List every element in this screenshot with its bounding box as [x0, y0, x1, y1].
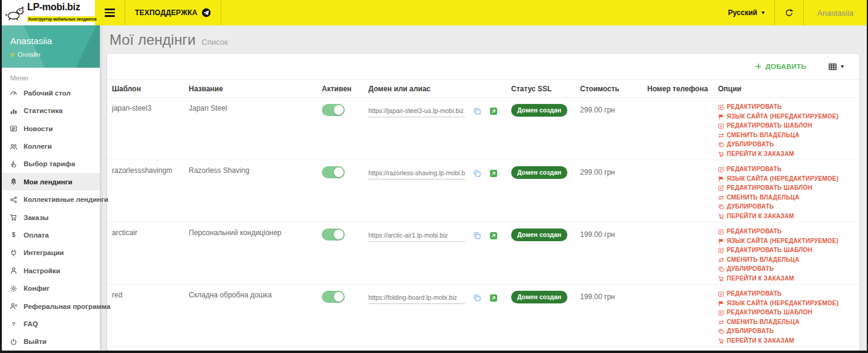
- sidebar-item-cart[interactable]: Заказы: [2, 209, 100, 226]
- name-cell: Персональний кондиціонер: [189, 228, 322, 237]
- ssl-status-badge: Домен создан: [511, 166, 567, 179]
- active-toggle[interactable]: [322, 291, 345, 303]
- option-edit-link[interactable]: РЕДАКТИРОВАТЬ ШАБЛОН: [718, 185, 855, 192]
- sidebar-item-dashboard[interactable]: Рабочий стол: [2, 84, 100, 102]
- domain-input[interactable]: [368, 169, 465, 180]
- dashboard-icon: [10, 89, 18, 97]
- option-exchange-link[interactable]: СМЕНИТЬ ВЛАДЕЛЬЦА: [718, 319, 855, 326]
- option-edit-link[interactable]: РЕДАКТИРОВАТЬ ШАБЛОН: [718, 123, 855, 129]
- option-edit-link[interactable]: РЕДАКТИРОВАТЬ ШАБЛОН: [718, 247, 855, 254]
- sidebar-item-share[interactable]: Коллективные лендинги: [2, 190, 100, 208]
- option-link-label: ПЕРЕЙТИ К ЗАКАЗАМ: [727, 338, 794, 344]
- ssl-cell: Домен создан: [511, 228, 580, 241]
- price-cell: 199.00 грн: [580, 291, 647, 301]
- copy-domain-button[interactable]: [473, 294, 481, 302]
- sidebar-item-user[interactable]: Настройки: [2, 262, 100, 279]
- open-site-button[interactable]: [489, 294, 498, 302]
- sidebar-item-plug[interactable]: Интеграции: [2, 244, 100, 262]
- edit-icon: [718, 104, 725, 111]
- domain-input[interactable]: [368, 232, 465, 242]
- option-exchange-link[interactable]: СМЕНИТЬ ВЛАДЕЛЬЦА: [718, 132, 855, 139]
- option-cart-link[interactable]: ПЕРЕЙТИ К ЗАКАЗАМ: [718, 151, 855, 158]
- domain-input[interactable]: [368, 294, 465, 304]
- template-cell: red: [112, 291, 189, 299]
- add-button[interactable]: ДОБАВИТЬ: [751, 62, 810, 71]
- ssl-cell: Домен создан: [511, 291, 580, 303]
- sidebar-item-news[interactable]: Новости: [2, 120, 100, 137]
- option-link-label: ДУБЛИРОВАТЬ: [727, 266, 774, 272]
- active-cell: [322, 166, 368, 180]
- copy-domain-button[interactable]: [473, 107, 481, 115]
- copy-domain-button[interactable]: [473, 169, 481, 178]
- option-copy-link[interactable]: ДУБЛИРОВАТЬ: [718, 141, 855, 148]
- column-header: Статус SSL: [511, 85, 580, 93]
- option-language-link[interactable]: ЯЗЫК САЙТА (НЕРЕДАКТИРУЕМОЕ): [718, 238, 855, 245]
- sidebar-item-users[interactable]: Коллеги: [2, 137, 100, 155]
- option-link-label: СМЕНИТЬ ВЛАДЕЛЬЦА: [727, 195, 800, 201]
- option-language-link[interactable]: ЯЗЫК САЙТА (НЕРЕДАКТИРУЕМОЕ): [718, 114, 855, 120]
- option-cart-link[interactable]: ПЕРЕЙТИ К ЗАКАЗАМ: [718, 213, 855, 220]
- open-site-button[interactable]: [489, 107, 498, 115]
- active-cell: [322, 104, 368, 118]
- sidebar-item-label: Заказы: [24, 214, 48, 221]
- plus-icon: [755, 63, 762, 70]
- option-language-link[interactable]: ЯЗЫК САЙТА (НЕРЕДАКТИРУЕМОЕ): [718, 176, 855, 183]
- support-button[interactable]: ТЕХПОДДЕРЖКА: [125, 0, 221, 25]
- sidebar-item-label: Мои лендинги: [24, 178, 73, 186]
- support-label: ТЕХПОДДЕРЖКА: [135, 8, 197, 17]
- sidebar-item-power[interactable]: Выйти: [2, 333, 100, 351]
- active-toggle[interactable]: [322, 166, 345, 178]
- option-exchange-link[interactable]: СМЕНИТЬ ВЛАДЕЛЬЦА: [718, 257, 855, 264]
- sidebar-item-rocket[interactable]: Мои лендинги: [2, 173, 100, 190]
- sidebar-item-user-plus[interactable]: Реферальная программа: [2, 297, 100, 315]
- sidebar-toggle-button[interactable]: [95, 0, 125, 25]
- cart-icon: [10, 213, 18, 221]
- refresh-button[interactable]: [774, 0, 803, 25]
- option-copy-link[interactable]: ДУБЛИРОВАТЬ: [718, 204, 855, 210]
- question-icon: [10, 320, 18, 328]
- edit-icon: [718, 123, 725, 129]
- domain-input[interactable]: [368, 107, 465, 117]
- domain-cell: [368, 104, 511, 117]
- option-edit-link[interactable]: РЕДАКТИРОВАТЬ: [718, 291, 855, 297]
- external-link-icon: [489, 294, 498, 302]
- sidebar-item-label: Рабочий стол: [24, 89, 71, 97]
- sidebar-item-question[interactable]: FAQ: [2, 315, 100, 332]
- profile-name: Anastasiia: [10, 36, 91, 46]
- option-link-label: СМЕНИТЬ ВЛАДЕЛЬЦА: [727, 132, 800, 138]
- language-dropdown[interactable]: Русский ▾: [718, 0, 774, 25]
- option-cart-link[interactable]: ПЕРЕЙТИ К ЗАКАЗАМ: [718, 338, 855, 345]
- sidebar-item-hand-pointer[interactable]: Выбор тарифа: [2, 155, 100, 173]
- option-exchange-link[interactable]: СМЕНИТЬ ВЛАДЕЛЬЦА: [718, 195, 855, 201]
- sidebar-item-label: Коллеги: [24, 143, 51, 150]
- sidebar-item-cogs[interactable]: Конфиг: [2, 279, 100, 297]
- column-header: Стоимость: [580, 85, 647, 93]
- option-copy-link[interactable]: ДУБЛИРОВАТЬ: [718, 328, 855, 335]
- options-cell: РЕДАКТИРОВАТЬ ЯЗЫК САЙТА (НЕРЕДАКТИРУЕМО…: [718, 291, 855, 344]
- option-link-label: ДУБЛИРОВАТЬ: [727, 328, 774, 334]
- sidebar-item-dollar[interactable]: Оплата: [2, 226, 100, 244]
- option-language-link[interactable]: ЯЗЫК САЙТА (НЕРЕДАКТИРУЕМОЕ): [718, 300, 855, 307]
- active-toggle[interactable]: [322, 228, 345, 241]
- table-view-dropdown[interactable]: ▾: [824, 62, 847, 72]
- plug-icon: [10, 249, 18, 257]
- option-cart-link[interactable]: ПЕРЕЙТИ К ЗАКАЗАМ: [718, 276, 855, 282]
- active-toggle[interactable]: [322, 104, 345, 116]
- sidebar-item-stats[interactable]: Статистика: [2, 102, 100, 120]
- option-link-label: РЕДАКТИРОВАТЬ ШАБЛОН: [727, 123, 812, 129]
- sidebar-item-label: Оплата: [24, 232, 49, 239]
- copy-domain-button[interactable]: [473, 232, 481, 240]
- option-edit-link[interactable]: РЕДАКТИРОВАТЬ: [718, 228, 855, 235]
- user-menu[interactable]: Anastasiia: [803, 0, 867, 25]
- logo[interactable]: LP-mobi.biz Конструктор мобильных лендин…: [2, 0, 95, 25]
- option-copy-link[interactable]: ДУБЛИРОВАТЬ: [718, 266, 855, 273]
- landings-card: ДОБАВИТЬ ▾ ШаблонНазваниеАктивенДомен ил…: [107, 54, 860, 351]
- open-site-button[interactable]: [489, 169, 498, 178]
- option-link-label: ЯЗЫК САЙТА (НЕРЕДАКТИРУЕМОЕ): [727, 300, 839, 306]
- option-edit-link[interactable]: РЕДАКТИРОВАТЬ: [718, 104, 855, 111]
- power-icon: [10, 338, 18, 346]
- option-edit-link[interactable]: РЕДАКТИРОВАТЬ: [718, 166, 855, 173]
- main-content: Мої лендінги Список ДОБАВИТЬ ▾ ШаблонНаз…: [100, 25, 867, 351]
- option-edit-link[interactable]: РЕДАКТИРОВАТЬ ШАБЛОН: [718, 309, 855, 316]
- open-site-button[interactable]: [489, 232, 498, 240]
